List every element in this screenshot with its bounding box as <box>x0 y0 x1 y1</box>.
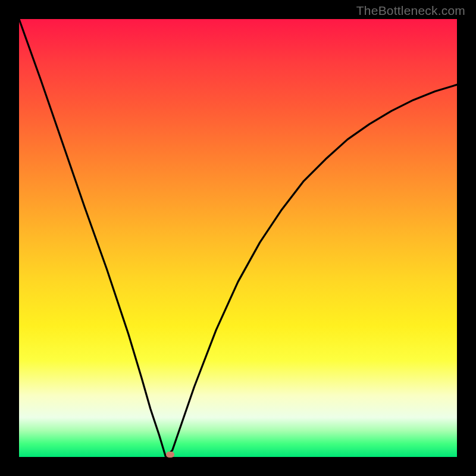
chart-plot-area <box>19 19 457 457</box>
bottleneck-curve <box>19 19 457 457</box>
watermark-label: TheBottleneck.com <box>356 4 465 18</box>
optimum-marker <box>166 452 174 458</box>
